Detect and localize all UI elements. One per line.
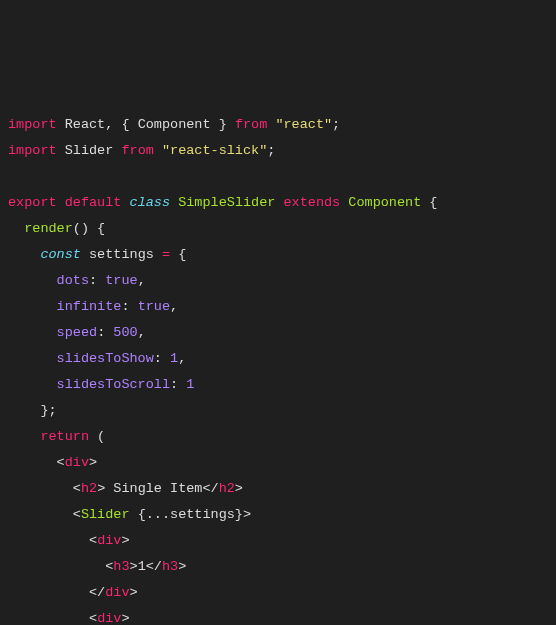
prop-speed: speed (57, 325, 98, 340)
jsx-tag-h3: h3 (162, 559, 178, 574)
ident-component: Component (138, 117, 211, 132)
text-single-item: Single Item (105, 481, 202, 496)
prop-slidestoshow: slidesToShow (57, 351, 154, 366)
ident-react: React (65, 117, 106, 132)
text-1: 1 (138, 559, 146, 574)
kw-from: from (121, 143, 153, 158)
close-brace: }; (40, 403, 56, 418)
jsx-tag-h3: h3 (113, 559, 129, 574)
val-500: 500 (113, 325, 137, 340)
jsx-tag-div: div (97, 533, 121, 548)
val-true: true (105, 273, 137, 288)
kw-export: export (8, 195, 57, 210)
kw-default: default (65, 195, 122, 210)
kw-class: class (130, 195, 171, 210)
kw-const: const (40, 247, 81, 262)
kw-extends: extends (284, 195, 341, 210)
val-1: 1 (186, 377, 194, 392)
kw-import: import (8, 143, 57, 158)
class-name-component: Component (348, 195, 421, 210)
string-react: "react" (275, 117, 332, 132)
jsx-tag-div: div (65, 455, 89, 470)
jsx-tag-div: div (105, 585, 129, 600)
string-react-slick: "react-slick" (162, 143, 267, 158)
class-name-simpleslider: SimpleSlider (178, 195, 275, 210)
jsx-tag-div: div (97, 611, 121, 625)
operator-eq: = (162, 247, 170, 262)
prop-dots: dots (57, 273, 89, 288)
jsx-tag-h2: h2 (81, 481, 97, 496)
code-block: import React, { Component } from "react"… (8, 112, 548, 625)
method-render: render (24, 221, 73, 236)
prop-slidestoscroll: slidesToScroll (57, 377, 170, 392)
jsx-tag-slider: Slider (81, 507, 130, 522)
val-true: true (138, 299, 170, 314)
kw-return: return (40, 429, 89, 444)
spread-settings: {...settings} (130, 507, 243, 522)
prop-infinite: infinite (57, 299, 122, 314)
kw-from: from (235, 117, 267, 132)
ident-settings: settings (81, 247, 162, 262)
val-1: 1 (170, 351, 178, 366)
ident-slider: Slider (65, 143, 114, 158)
jsx-tag-h2: h2 (219, 481, 235, 496)
kw-import: import (8, 117, 57, 132)
